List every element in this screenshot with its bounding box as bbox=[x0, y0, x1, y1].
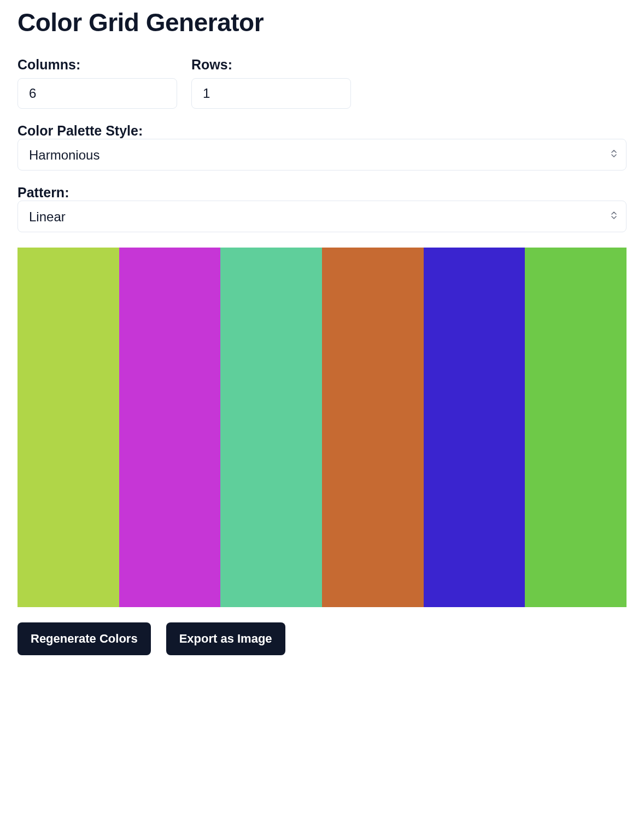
color-cell-1 bbox=[119, 248, 221, 607]
export-button[interactable]: Export as Image bbox=[166, 622, 285, 655]
columns-label: Columns: bbox=[17, 57, 177, 73]
columns-input[interactable] bbox=[17, 78, 177, 109]
pattern-field: Pattern: Linear bbox=[17, 185, 627, 232]
color-cell-4 bbox=[424, 248, 525, 607]
dimensions-row: Columns: Rows: bbox=[17, 57, 627, 109]
pattern-label: Pattern: bbox=[17, 185, 69, 200]
columns-field: Columns: bbox=[17, 57, 177, 109]
button-row: Regenerate Colors Export as Image bbox=[17, 622, 627, 655]
palette-field: Color Palette Style: Harmonious bbox=[17, 123, 627, 170]
color-cell-3 bbox=[322, 248, 424, 607]
rows-input[interactable] bbox=[191, 78, 351, 109]
color-cell-0 bbox=[17, 248, 119, 607]
color-cell-2 bbox=[220, 248, 322, 607]
palette-select[interactable]: Harmonious bbox=[17, 139, 627, 170]
page-title: Color Grid Generator bbox=[17, 8, 627, 37]
rows-field: Rows: bbox=[191, 57, 351, 109]
rows-label: Rows: bbox=[191, 57, 351, 73]
color-grid bbox=[17, 248, 627, 607]
color-cell-5 bbox=[525, 248, 627, 607]
pattern-select[interactable]: Linear bbox=[17, 201, 627, 232]
regenerate-button[interactable]: Regenerate Colors bbox=[17, 622, 151, 655]
palette-label: Color Palette Style: bbox=[17, 123, 143, 138]
